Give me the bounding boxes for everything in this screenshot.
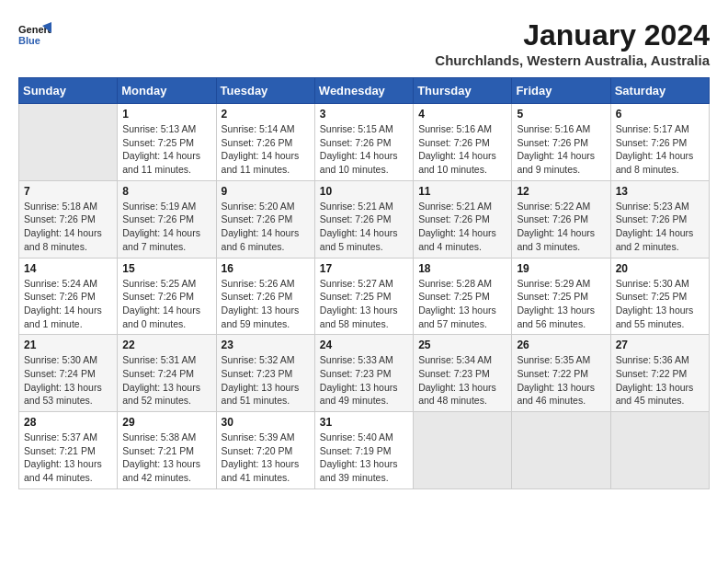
- day-number: 17: [320, 262, 408, 275]
- week-row-4: 21Sunrise: 5:30 AM Sunset: 7:24 PM Dayli…: [19, 335, 710, 412]
- day-info: Sunrise: 5:25 AM Sunset: 7:26 PM Dayligh…: [122, 277, 210, 331]
- day-number: 26: [517, 339, 605, 351]
- logo-icon: General Blue: [18, 18, 51, 52]
- day-cell: 19Sunrise: 5:29 AM Sunset: 7:25 PM Dayli…: [512, 258, 610, 335]
- day-cell: 1Sunrise: 5:13 AM Sunset: 7:25 PM Daylig…: [118, 104, 216, 181]
- day-cell: 3Sunrise: 5:15 AM Sunset: 7:26 PM Daylig…: [314, 104, 413, 181]
- day-cell: 25Sunrise: 5:34 AM Sunset: 7:23 PM Dayli…: [414, 335, 512, 412]
- day-cell: 15Sunrise: 5:25 AM Sunset: 7:26 PM Dayli…: [118, 258, 216, 335]
- week-row-2: 7Sunrise: 5:18 AM Sunset: 7:26 PM Daylig…: [19, 180, 710, 258]
- svg-text:Blue: Blue: [18, 35, 40, 46]
- day-number: 29: [122, 416, 210, 429]
- day-cell: 20Sunrise: 5:30 AM Sunset: 7:25 PM Dayli…: [610, 258, 709, 335]
- calendar-body: 1Sunrise: 5:13 AM Sunset: 7:25 PM Daylig…: [19, 104, 710, 489]
- day-cell: 17Sunrise: 5:27 AM Sunset: 7:25 PM Dayli…: [314, 258, 413, 335]
- day-cell: 30Sunrise: 5:39 AM Sunset: 7:20 PM Dayli…: [216, 412, 314, 489]
- day-cell: 31Sunrise: 5:40 AM Sunset: 7:19 PM Dayli…: [314, 412, 413, 489]
- day-number: 4: [418, 108, 506, 121]
- day-cell: 13Sunrise: 5:23 AM Sunset: 7:26 PM Dayli…: [610, 180, 709, 258]
- day-number: 9: [222, 185, 310, 198]
- day-cell: 27Sunrise: 5:36 AM Sunset: 7:22 PM Dayli…: [610, 335, 709, 412]
- day-number: 23: [222, 339, 310, 351]
- day-info: Sunrise: 5:16 AM Sunset: 7:26 PM Dayligh…: [418, 122, 506, 177]
- day-number: 27: [616, 339, 704, 351]
- day-number: 25: [418, 339, 506, 351]
- day-info: Sunrise: 5:20 AM Sunset: 7:26 PM Dayligh…: [222, 200, 310, 254]
- day-number: 16: [222, 262, 310, 275]
- calendar-table: SundayMondayTuesdayWednesdayThursdayFrid…: [18, 77, 710, 489]
- day-number: 8: [122, 185, 210, 198]
- day-info: Sunrise: 5:21 AM Sunset: 7:26 PM Dayligh…: [320, 200, 408, 254]
- logo: General Blue General Blue: [18, 18, 55, 52]
- location: Churchlands, Western Australia, Australi…: [435, 52, 710, 68]
- day-cell: 24Sunrise: 5:33 AM Sunset: 7:23 PM Dayli…: [314, 335, 413, 412]
- day-cell: 7Sunrise: 5:18 AM Sunset: 7:26 PM Daylig…: [19, 180, 118, 258]
- day-info: Sunrise: 5:35 AM Sunset: 7:22 PM Dayligh…: [517, 353, 605, 408]
- day-number: 24: [320, 339, 408, 351]
- day-cell: 4Sunrise: 5:16 AM Sunset: 7:26 PM Daylig…: [414, 104, 512, 181]
- day-number: 1: [122, 108, 210, 121]
- day-info: Sunrise: 5:34 AM Sunset: 7:23 PM Dayligh…: [418, 353, 506, 408]
- day-number: 31: [320, 416, 408, 429]
- day-info: Sunrise: 5:17 AM Sunset: 7:26 PM Dayligh…: [616, 122, 704, 177]
- day-number: 20: [616, 262, 704, 275]
- day-info: Sunrise: 5:21 AM Sunset: 7:26 PM Dayligh…: [418, 200, 506, 254]
- day-info: Sunrise: 5:19 AM Sunset: 7:26 PM Dayligh…: [122, 200, 210, 254]
- header-cell-monday: Monday: [118, 78, 216, 104]
- day-number: 19: [517, 262, 605, 275]
- page-header: General Blue General Blue January 2024 C…: [18, 18, 710, 68]
- header-cell-wednesday: Wednesday: [314, 78, 413, 104]
- week-row-1: 1Sunrise: 5:13 AM Sunset: 7:25 PM Daylig…: [19, 104, 710, 181]
- day-cell: 23Sunrise: 5:32 AM Sunset: 7:23 PM Dayli…: [216, 335, 314, 412]
- day-info: Sunrise: 5:39 AM Sunset: 7:20 PM Dayligh…: [222, 431, 310, 485]
- month-title: January 2024: [435, 18, 710, 52]
- day-info: Sunrise: 5:28 AM Sunset: 7:25 PM Dayligh…: [418, 277, 506, 331]
- calendar-header: SundayMondayTuesdayWednesdayThursdayFrid…: [19, 78, 710, 104]
- day-number: 6: [616, 108, 704, 121]
- header-cell-thursday: Thursday: [414, 78, 512, 104]
- day-cell: 10Sunrise: 5:21 AM Sunset: 7:26 PM Dayli…: [314, 180, 413, 258]
- day-info: Sunrise: 5:14 AM Sunset: 7:26 PM Dayligh…: [222, 122, 310, 177]
- day-cell: 26Sunrise: 5:35 AM Sunset: 7:22 PM Dayli…: [512, 335, 610, 412]
- day-info: Sunrise: 5:32 AM Sunset: 7:23 PM Dayligh…: [222, 353, 310, 408]
- header-cell-friday: Friday: [512, 78, 610, 104]
- day-cell: 5Sunrise: 5:16 AM Sunset: 7:26 PM Daylig…: [512, 104, 610, 181]
- day-info: Sunrise: 5:36 AM Sunset: 7:22 PM Dayligh…: [616, 353, 704, 408]
- day-cell: 12Sunrise: 5:22 AM Sunset: 7:26 PM Dayli…: [512, 180, 610, 258]
- day-info: Sunrise: 5:40 AM Sunset: 7:19 PM Dayligh…: [320, 431, 408, 485]
- day-number: 15: [122, 262, 210, 275]
- day-number: 30: [222, 416, 310, 429]
- day-cell: 8Sunrise: 5:19 AM Sunset: 7:26 PM Daylig…: [118, 180, 216, 258]
- day-cell: 6Sunrise: 5:17 AM Sunset: 7:26 PM Daylig…: [610, 104, 709, 181]
- day-cell: 2Sunrise: 5:14 AM Sunset: 7:26 PM Daylig…: [216, 104, 314, 181]
- header-row: SundayMondayTuesdayWednesdayThursdayFrid…: [19, 78, 710, 104]
- day-info: Sunrise: 5:24 AM Sunset: 7:26 PM Dayligh…: [24, 277, 112, 331]
- day-info: Sunrise: 5:23 AM Sunset: 7:26 PM Dayligh…: [616, 200, 704, 254]
- day-cell: 22Sunrise: 5:31 AM Sunset: 7:24 PM Dayli…: [118, 335, 216, 412]
- day-cell: 29Sunrise: 5:38 AM Sunset: 7:21 PM Dayli…: [118, 412, 216, 489]
- day-cell: 9Sunrise: 5:20 AM Sunset: 7:26 PM Daylig…: [216, 180, 314, 258]
- day-info: Sunrise: 5:30 AM Sunset: 7:25 PM Dayligh…: [616, 277, 704, 331]
- day-number: 7: [24, 185, 112, 198]
- day-cell: [414, 412, 512, 489]
- day-info: Sunrise: 5:15 AM Sunset: 7:26 PM Dayligh…: [320, 122, 408, 177]
- day-cell: 18Sunrise: 5:28 AM Sunset: 7:25 PM Dayli…: [414, 258, 512, 335]
- day-info: Sunrise: 5:38 AM Sunset: 7:21 PM Dayligh…: [122, 431, 210, 485]
- day-number: 22: [122, 339, 210, 351]
- day-cell: 16Sunrise: 5:26 AM Sunset: 7:26 PM Dayli…: [216, 258, 314, 335]
- day-cell: [19, 104, 118, 181]
- day-cell: [512, 412, 610, 489]
- header-cell-sunday: Sunday: [19, 78, 118, 104]
- day-info: Sunrise: 5:37 AM Sunset: 7:21 PM Dayligh…: [24, 431, 112, 485]
- day-info: Sunrise: 5:18 AM Sunset: 7:26 PM Dayligh…: [24, 200, 112, 254]
- day-info: Sunrise: 5:27 AM Sunset: 7:25 PM Dayligh…: [320, 277, 408, 331]
- week-row-3: 14Sunrise: 5:24 AM Sunset: 7:26 PM Dayli…: [19, 258, 710, 335]
- day-number: 12: [517, 185, 605, 198]
- day-cell: 21Sunrise: 5:30 AM Sunset: 7:24 PM Dayli…: [19, 335, 118, 412]
- header-cell-tuesday: Tuesday: [216, 78, 314, 104]
- day-info: Sunrise: 5:33 AM Sunset: 7:23 PM Dayligh…: [320, 353, 408, 408]
- day-info: Sunrise: 5:30 AM Sunset: 7:24 PM Dayligh…: [24, 353, 112, 408]
- day-cell: [610, 412, 709, 489]
- day-info: Sunrise: 5:13 AM Sunset: 7:25 PM Dayligh…: [122, 122, 210, 177]
- day-info: Sunrise: 5:31 AM Sunset: 7:24 PM Dayligh…: [122, 353, 210, 408]
